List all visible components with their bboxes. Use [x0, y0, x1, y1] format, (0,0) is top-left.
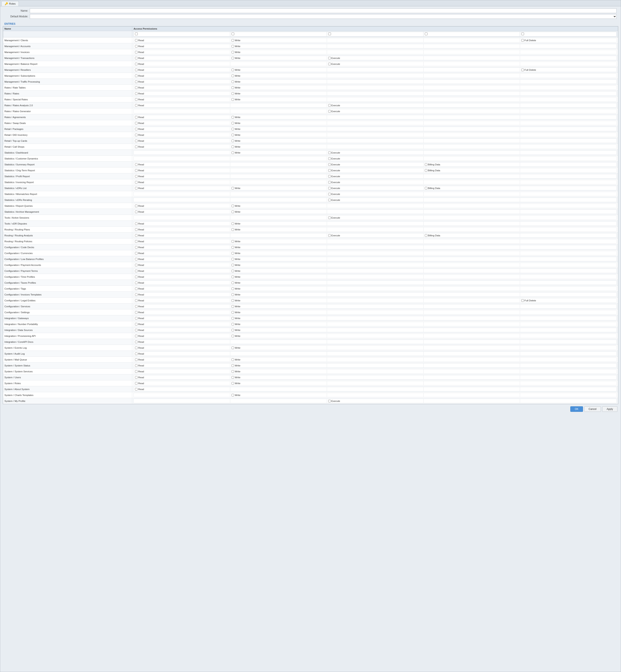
perm-read-checkbox[interactable]	[135, 317, 137, 320]
perm-write-checkbox[interactable]	[232, 270, 234, 272]
perm-read-checkbox[interactable]	[135, 116, 137, 119]
perm-execute-checkbox[interactable]	[328, 57, 331, 59]
tab-roles[interactable]: 🔑 Roles	[1, 1, 19, 6]
perm-write-checkbox[interactable]	[232, 134, 234, 136]
perm-read-checkbox[interactable]	[135, 246, 137, 249]
perm-read-checkbox[interactable]	[135, 145, 137, 148]
perm-read-checkbox[interactable]	[135, 63, 137, 65]
perm-execute-checkbox[interactable]	[328, 169, 331, 172]
perm-fulldelete-checkbox[interactable]	[521, 39, 524, 42]
perm-read-checkbox[interactable]	[135, 51, 137, 53]
perm-execute-checkbox[interactable]	[328, 234, 331, 237]
perm-write-checkbox[interactable]	[232, 116, 234, 119]
perm-write-checkbox[interactable]	[232, 246, 234, 249]
perm-read-checkbox[interactable]	[135, 122, 137, 124]
perm-write-checkbox[interactable]	[232, 364, 234, 367]
perm-write-checkbox[interactable]	[232, 69, 234, 71]
perm-read-checkbox[interactable]	[135, 335, 137, 337]
perm-read-checkbox[interactable]	[135, 329, 137, 331]
perm-read-checkbox[interactable]	[135, 234, 137, 237]
perm-billing-checkbox[interactable]	[425, 163, 427, 166]
perm-read-checkbox[interactable]	[135, 163, 137, 166]
name-input[interactable]	[30, 8, 617, 13]
perm-read-checkbox[interactable]	[135, 139, 137, 142]
col4-check-all[interactable]	[425, 33, 427, 35]
perm-read-checkbox[interactable]	[135, 187, 137, 190]
perm-read-checkbox[interactable]	[135, 258, 137, 260]
perm-write-checkbox[interactable]	[232, 346, 234, 349]
perm-read-checkbox[interactable]	[135, 270, 137, 272]
perm-read-checkbox[interactable]	[135, 359, 137, 361]
perm-read-checkbox[interactable]	[135, 98, 137, 101]
default-module-select[interactable]	[30, 14, 617, 19]
perm-read-checkbox[interactable]	[135, 352, 137, 355]
perm-write-checkbox[interactable]	[232, 86, 234, 89]
perm-write-checkbox[interactable]	[232, 45, 234, 47]
perm-read-checkbox[interactable]	[135, 57, 137, 59]
perm-read-checkbox[interactable]	[135, 228, 137, 231]
perm-execute-checkbox[interactable]	[328, 163, 331, 166]
perm-write-checkbox[interactable]	[232, 258, 234, 260]
perm-read-checkbox[interactable]	[135, 282, 137, 284]
apply-button[interactable]: Apply	[602, 406, 617, 412]
perm-write-checkbox[interactable]	[232, 370, 234, 373]
perm-execute-checkbox[interactable]	[328, 181, 331, 183]
col1-check-all[interactable]	[135, 33, 138, 35]
perm-execute-checkbox[interactable]	[328, 157, 331, 160]
perm-execute-checkbox[interactable]	[328, 175, 331, 178]
perm-read-checkbox[interactable]	[135, 181, 137, 183]
perm-read-checkbox[interactable]	[135, 376, 137, 379]
perm-execute-checkbox[interactable]	[328, 110, 331, 113]
perm-write-checkbox[interactable]	[232, 276, 234, 278]
perm-write-checkbox[interactable]	[232, 305, 234, 308]
perm-read-checkbox[interactable]	[135, 388, 137, 390]
ok-button[interactable]: OK	[570, 406, 583, 412]
perm-read-checkbox[interactable]	[135, 205, 137, 207]
perm-read-checkbox[interactable]	[135, 80, 137, 83]
perm-write-checkbox[interactable]	[232, 329, 234, 331]
perm-read-checkbox[interactable]	[135, 169, 137, 172]
perm-execute-checkbox[interactable]	[328, 152, 331, 154]
perm-read-checkbox[interactable]	[135, 293, 137, 296]
perm-read-checkbox[interactable]	[135, 86, 137, 89]
perm-write-checkbox[interactable]	[232, 394, 234, 396]
perm-execute-checkbox[interactable]	[328, 216, 331, 219]
perm-write-checkbox[interactable]	[232, 128, 234, 130]
perm-write-checkbox[interactable]	[232, 293, 234, 296]
perm-read-checkbox[interactable]	[135, 134, 137, 136]
perm-write-checkbox[interactable]	[232, 139, 234, 142]
perm-write-checkbox[interactable]	[232, 359, 234, 361]
perm-execute-checkbox[interactable]	[328, 199, 331, 201]
perm-write-checkbox[interactable]	[232, 382, 234, 385]
perm-write-checkbox[interactable]	[232, 311, 234, 313]
perm-write-checkbox[interactable]	[232, 323, 234, 326]
perm-write-checkbox[interactable]	[232, 252, 234, 254]
perm-write-checkbox[interactable]	[232, 228, 234, 231]
perm-read-checkbox[interactable]	[135, 323, 137, 326]
perm-fulldelete-checkbox[interactable]	[521, 299, 524, 302]
perm-read-checkbox[interactable]	[135, 299, 137, 302]
perm-read-checkbox[interactable]	[135, 104, 137, 107]
perm-write-checkbox[interactable]	[232, 51, 234, 53]
perm-read-checkbox[interactable]	[135, 305, 137, 308]
perm-read-checkbox[interactable]	[135, 370, 137, 373]
perm-write-checkbox[interactable]	[232, 145, 234, 148]
col3-check-all[interactable]	[328, 33, 331, 35]
perm-write-checkbox[interactable]	[232, 335, 234, 337]
perm-write-checkbox[interactable]	[232, 317, 234, 320]
perm-read-checkbox[interactable]	[135, 252, 137, 254]
perm-execute-checkbox[interactable]	[328, 63, 331, 65]
perm-write-checkbox[interactable]	[232, 287, 234, 290]
perm-fulldelete-checkbox[interactable]	[521, 69, 524, 71]
perm-read-checkbox[interactable]	[135, 69, 137, 71]
perm-read-checkbox[interactable]	[135, 382, 137, 385]
perm-write-checkbox[interactable]	[232, 57, 234, 59]
perm-billing-checkbox[interactable]	[425, 187, 427, 190]
perm-read-checkbox[interactable]	[135, 45, 137, 47]
cancel-button[interactable]: Cancel	[584, 406, 601, 412]
perm-read-checkbox[interactable]	[135, 364, 137, 367]
perm-write-checkbox[interactable]	[232, 222, 234, 225]
perm-write-checkbox[interactable]	[232, 98, 234, 101]
perm-billing-checkbox[interactable]	[425, 234, 427, 237]
perm-read-checkbox[interactable]	[135, 39, 137, 42]
